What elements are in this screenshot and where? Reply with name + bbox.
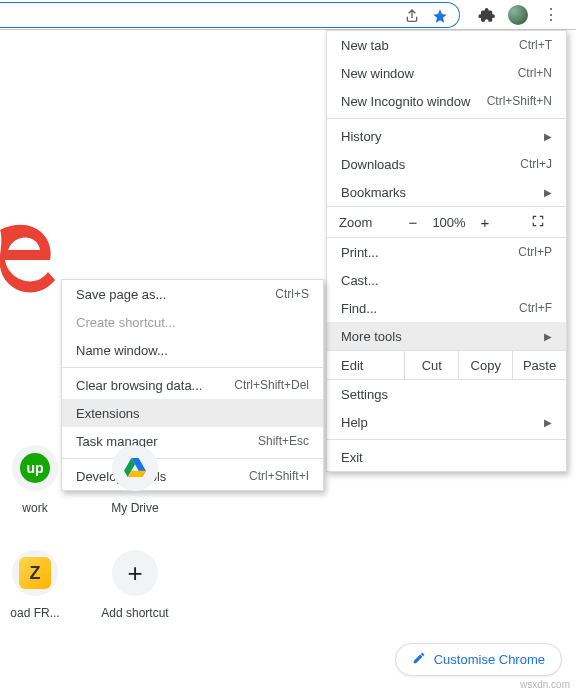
customise-chrome-button[interactable]: Customise Chrome (395, 643, 562, 676)
menu-bookmarks[interactable]: Bookmarks▶ (327, 178, 566, 206)
browser-toolbar: ⋮ (0, 0, 576, 30)
menu-find[interactable]: Find...Ctrl+F (327, 294, 566, 322)
menu-help[interactable]: Help▶ (327, 408, 566, 436)
menu-kebab-icon[interactable]: ⋮ (542, 5, 560, 24)
menu-more-tools[interactable]: More tools▶ (327, 322, 566, 350)
google-logo-fragment (0, 210, 40, 310)
separator (327, 118, 566, 119)
paste-button[interactable]: Paste (513, 351, 566, 379)
bookmark-star-icon[interactable] (431, 7, 449, 25)
copy-button[interactable]: Copy (459, 351, 513, 379)
zoom-percent: 100% (427, 215, 471, 230)
chrome-main-menu: New tabCtrl+T New windowCtrl+N New Incog… (326, 30, 567, 472)
menu-settings[interactable]: Settings (327, 380, 566, 408)
separator (327, 439, 566, 440)
menu-print[interactable]: Print...Ctrl+P (327, 238, 566, 266)
edit-label: Edit (327, 351, 405, 379)
pencil-icon (412, 651, 426, 668)
chevron-right-icon: ▶ (544, 131, 552, 142)
zoom-out-button[interactable]: − (399, 214, 427, 231)
menu-edit-row: Edit Cut Copy Paste (327, 350, 566, 380)
fullscreen-icon[interactable] (522, 214, 554, 231)
profile-avatar[interactable] (508, 5, 528, 25)
chevron-right-icon: ▶ (544, 417, 552, 428)
tile-zoad[interactable]: Z oad FR... (0, 550, 70, 620)
watermark: wsxdn.com (520, 679, 570, 690)
drive-icon (112, 445, 158, 491)
sub-extensions[interactable]: Extensions (62, 399, 323, 427)
share-icon[interactable] (403, 7, 421, 25)
tile-add-shortcut[interactable]: + Add shortcut (100, 550, 170, 620)
z-icon: Z (19, 557, 51, 589)
customise-label: Customise Chrome (434, 652, 545, 667)
cut-button[interactable]: Cut (405, 351, 459, 379)
sub-name-window[interactable]: Name window... (62, 336, 323, 364)
menu-downloads[interactable]: DownloadsCtrl+J (327, 150, 566, 178)
zoom-label: Zoom (339, 215, 399, 230)
zoom-in-button[interactable]: + (471, 214, 499, 231)
extensions-puzzle-icon[interactable] (478, 6, 496, 27)
chevron-right-icon: ▶ (544, 331, 552, 342)
sub-clear-data[interactable]: Clear browsing data...Ctrl+Shift+Del (62, 371, 323, 399)
menu-history[interactable]: History▶ (327, 122, 566, 150)
sub-create-shortcut[interactable]: Create shortcut... (62, 308, 323, 336)
menu-exit[interactable]: Exit (327, 443, 566, 471)
menu-cast[interactable]: Cast... (327, 266, 566, 294)
upwork-icon: up (20, 453, 50, 483)
omnibox[interactable] (0, 2, 460, 28)
tile-upwork[interactable]: up work (0, 445, 70, 515)
menu-new-window[interactable]: New windowCtrl+N (327, 59, 566, 87)
tile-mydrive[interactable]: My Drive (100, 445, 170, 515)
sub-save-page[interactable]: Save page as...Ctrl+S (62, 280, 323, 308)
separator (62, 367, 323, 368)
menu-zoom-row: Zoom − 100% + (327, 206, 566, 238)
menu-new-tab[interactable]: New tabCtrl+T (327, 31, 566, 59)
plus-icon: + (112, 550, 158, 596)
menu-new-incognito[interactable]: New Incognito windowCtrl+Shift+N (327, 87, 566, 115)
chevron-right-icon: ▶ (544, 187, 552, 198)
